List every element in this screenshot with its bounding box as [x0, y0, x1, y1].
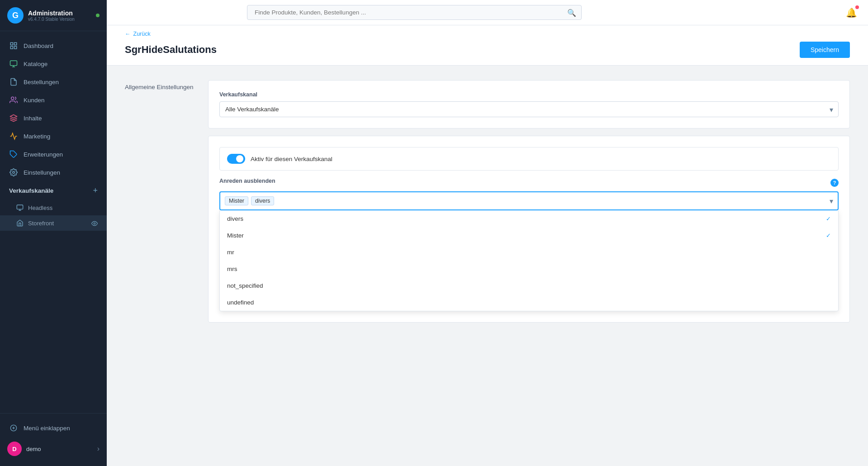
- sidebar-item-dashboard[interactable]: Dashboard: [0, 37, 107, 55]
- check-icon-mister: ✓: [826, 232, 831, 239]
- sidebar-item-inhalte[interactable]: Inhalte: [0, 109, 107, 127]
- user-menu-chevron: ›: [97, 445, 100, 453]
- dropdown-item-not-specified[interactable]: not_specified: [220, 277, 838, 294]
- tag-divers[interactable]: divers: [251, 196, 274, 205]
- status-dot: [96, 14, 100, 17]
- user-name: demo: [26, 446, 41, 452]
- search-input[interactable]: [247, 5, 582, 20]
- sidebar-item-label: Marketing: [24, 133, 50, 140]
- anreden-label-row: Anreden ausblenden ?: [219, 178, 839, 188]
- dropdown-item-label: mr: [227, 249, 234, 256]
- storefront-icon: [16, 219, 24, 227]
- collapse-menu-button[interactable]: Menü einklappen: [0, 419, 107, 437]
- sidebar-item-label: Kunden: [24, 97, 45, 104]
- sidebar-nav: Dashboard Kataloge Bestellungen Kunden I…: [0, 31, 107, 413]
- back-label: Zurück: [133, 31, 151, 37]
- bestellungen-icon: [9, 77, 18, 86]
- anreden-label: Anreden ausblenden: [219, 178, 275, 184]
- sidebar-item-label: Dashboard: [24, 43, 53, 49]
- sidebar-item-erweiterungen[interactable]: Erweiterungen: [0, 145, 107, 163]
- sidebar-item-storefront[interactable]: Storefront: [0, 215, 107, 231]
- page-title-row: SgrHideSalutations Speichern: [125, 42, 850, 58]
- bell-icon: 🔔: [846, 8, 857, 18]
- page-title: SgrHideSalutations: [125, 44, 217, 56]
- sales-channels-section[interactable]: Verkaufskanäle +: [0, 181, 107, 200]
- help-icon[interactable]: ?: [830, 179, 839, 187]
- app-name: Administration: [28, 10, 75, 17]
- collapse-menu-label: Menü einklappen: [24, 425, 70, 432]
- kataloge-icon: [9, 59, 18, 68]
- svg-point-5: [11, 97, 14, 100]
- card-settings: Aktiv für diesen Verkaufskanal Anreden a…: [208, 136, 850, 323]
- collapse-icon: [9, 423, 18, 433]
- app-version: v6.4.7.0 Stable Version: [28, 17, 75, 22]
- notification-bell[interactable]: 🔔: [846, 7, 857, 18]
- anreden-dropdown: divers ✓ Mister ✓ mr mrs: [219, 210, 839, 311]
- toggle-switch[interactable]: [227, 154, 245, 164]
- dropdown-item-mister[interactable]: Mister ✓: [220, 227, 838, 244]
- tag-divers-label: divers: [255, 198, 270, 204]
- inhalte-icon: [9, 114, 18, 123]
- sidebar-footer: Menü einklappen D demo ›: [0, 413, 107, 466]
- verkaufskanal-label: Verkaufskanal: [219, 91, 839, 98]
- back-button[interactable]: ← Zurück: [125, 31, 850, 37]
- dashboard-icon: [9, 41, 18, 50]
- verkaufskanal-select[interactable]: Alle Verkaufskanäle Headless Storefront: [219, 101, 839, 117]
- headless-icon: [16, 204, 24, 211]
- add-sales-channel-icon[interactable]: +: [93, 186, 98, 195]
- sidebar-header: G Administration v6.4.7.0 Stable Version: [0, 0, 107, 31]
- search-icon: 🔍: [567, 8, 576, 17]
- card-verkaufskanal: Verkaufskanal Alle Verkaufskanäle Headle…: [208, 80, 850, 128]
- sidebar-item-kunden[interactable]: Kunden: [0, 91, 107, 109]
- sidebar-item-einstellungen[interactable]: Einstellungen: [0, 163, 107, 181]
- tag-mister[interactable]: Mister: [225, 196, 248, 205]
- dropdown-item-undefined[interactable]: undefined: [220, 294, 838, 311]
- anreden-multiselect[interactable]: Mister divers ▾: [219, 191, 839, 210]
- form-layout: Allgemeine Einstellungen Verkaufskanal A…: [107, 66, 868, 337]
- svg-point-10: [94, 223, 95, 224]
- svg-rect-0: [10, 43, 13, 45]
- sidebar: G Administration v6.4.7.0 Stable Version…: [0, 0, 107, 466]
- storefront-visibility-icon[interactable]: [91, 219, 98, 227]
- erweiterungen-icon: [9, 150, 18, 159]
- svg-rect-2: [10, 47, 13, 49]
- dropdown-item-label: undefined: [227, 299, 254, 306]
- save-button[interactable]: Speichern: [800, 42, 850, 58]
- page-header: ← Zurück SgrHideSalutations Speichern: [107, 25, 868, 66]
- toggle-knob: [236, 155, 243, 162]
- main: 🔍 🔔 ← Zurück SgrHideSalutations Speicher…: [107, 0, 868, 466]
- toggle-row[interactable]: Aktiv für diesen Verkaufskanal: [219, 147, 839, 171]
- user-menu[interactable]: D demo ›: [0, 437, 107, 461]
- svg-marker-6: [10, 115, 17, 119]
- sidebar-sub-item-label: Storefront: [28, 220, 54, 227]
- back-arrow-icon: ←: [125, 31, 131, 37]
- kunden-icon: [9, 95, 18, 105]
- dropdown-item-label: not_specified: [227, 282, 263, 289]
- svg-rect-1: [14, 43, 17, 45]
- topbar-right: 🔔: [846, 7, 857, 18]
- check-icon-divers: ✓: [826, 215, 831, 222]
- form-section-label: Allgemeine Einstellungen: [125, 80, 197, 323]
- multiselect-chevron-icon: ▾: [830, 197, 833, 205]
- sidebar-item-headless[interactable]: Headless: [0, 200, 107, 215]
- sidebar-brand: Administration v6.4.7.0 Stable Version: [28, 10, 75, 22]
- sidebar-item-kataloge[interactable]: Kataloge: [0, 55, 107, 73]
- einstellungen-icon: [9, 168, 18, 177]
- app-logo: G: [7, 7, 24, 24]
- sidebar-item-marketing[interactable]: Marketing: [0, 127, 107, 145]
- tag-mister-label: Mister: [229, 198, 244, 204]
- content: ← Zurück SgrHideSalutations Speichern Al…: [107, 25, 868, 466]
- svg-rect-4: [10, 61, 17, 66]
- form-panels: Verkaufskanal Alle Verkaufskanäle Headle…: [208, 80, 850, 323]
- sidebar-item-label: Einstellungen: [24, 169, 60, 176]
- sidebar-sub-item-label: Headless: [28, 204, 52, 211]
- dropdown-item-mr[interactable]: mr: [220, 244, 838, 261]
- dropdown-item-label: divers: [227, 215, 243, 222]
- dropdown-item-label: mrs: [227, 266, 237, 272]
- toggle-label: Aktiv für diesen Verkaufskanal: [251, 156, 332, 162]
- svg-rect-9: [17, 205, 23, 209]
- sidebar-item-bestellungen[interactable]: Bestellungen: [0, 73, 107, 91]
- dropdown-item-mrs[interactable]: mrs: [220, 261, 838, 277]
- notification-badge: [855, 5, 859, 9]
- dropdown-item-divers[interactable]: divers ✓: [220, 210, 838, 227]
